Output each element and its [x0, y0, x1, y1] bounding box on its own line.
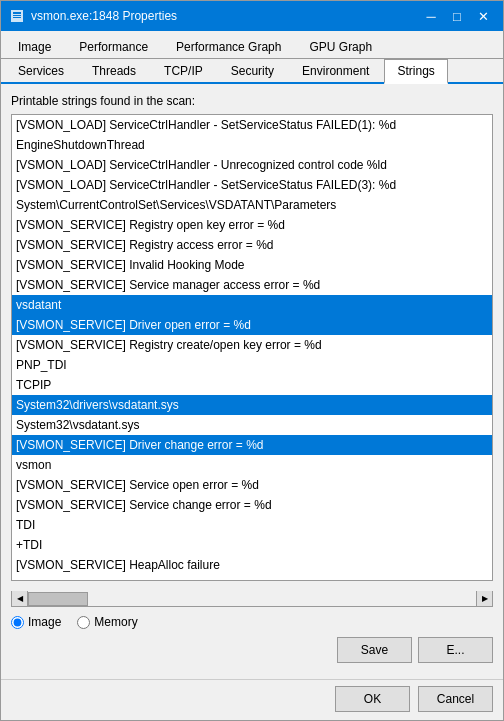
list-item[interactable]: [VSMON_SERVICE] HeapAlloc failure [12, 555, 492, 575]
radio-image-label[interactable]: Image [11, 615, 61, 629]
title-bar: vsmon.exe:1848 Properties ─ □ ✕ [1, 1, 503, 31]
content-area: Printable strings found in the scan: [VS… [1, 84, 503, 591]
list-item[interactable]: PNP_TDI [12, 355, 492, 375]
tabs-row-2: Services Threads TCP/IP Security Environ… [1, 59, 503, 84]
horizontal-scrollbar[interactable]: ◀ ▶ [11, 591, 493, 607]
tab-security[interactable]: Security [218, 59, 287, 82]
list-item[interactable]: [VSMON_SERVICE] Registry access error = … [12, 235, 492, 255]
list-item[interactable]: TCPIP [12, 375, 492, 395]
list-item[interactable]: [VSMON_SERVICE] Invalid Hooking Mode [12, 255, 492, 275]
tabs-row-1: Image Performance Performance Graph GPU … [1, 31, 503, 59]
list-item[interactable]: [VSMON_SERVICE] Registry create/open key… [12, 335, 492, 355]
tab-strings[interactable]: Strings [384, 59, 447, 84]
svg-rect-2 [13, 15, 21, 16]
minimize-button[interactable]: ─ [419, 5, 443, 27]
list-item[interactable]: [VSMON_SERVICE] Driver open error = %d [12, 315, 492, 335]
section-label: Printable strings found in the scan: [11, 94, 493, 108]
tab-performance[interactable]: Performance [66, 35, 161, 58]
svg-rect-3 [13, 17, 21, 18]
tab-performance-graph[interactable]: Performance Graph [163, 35, 294, 58]
list-item[interactable]: +TDI [12, 535, 492, 555]
list-item[interactable]: [VSMON_SERVICE] Service manager access e… [12, 275, 492, 295]
close-button[interactable]: ✕ [471, 5, 495, 27]
list-item[interactable]: [VSMON_SERVICE] Service open error = %d [12, 475, 492, 495]
more-button[interactable]: E... [418, 637, 493, 663]
ok-button[interactable]: OK [335, 686, 410, 712]
radio-image-text: Image [28, 615, 61, 629]
radio-memory-label[interactable]: Memory [77, 615, 137, 629]
tab-gpu-graph[interactable]: GPU Graph [296, 35, 385, 58]
tab-environment[interactable]: Environment [289, 59, 382, 82]
list-item[interactable]: [VSMON_SERVICE] Registry open key error … [12, 215, 492, 235]
scroll-left-button[interactable]: ◀ [12, 591, 28, 606]
window-title: vsmon.exe:1848 Properties [31, 9, 177, 23]
radio-memory-text: Memory [94, 615, 137, 629]
cancel-button[interactable]: Cancel [418, 686, 493, 712]
tab-threads[interactable]: Threads [79, 59, 149, 82]
list-item[interactable]: [VSMON_LOAD] ServiceCtrlHandler - SetSer… [12, 115, 492, 135]
maximize-button[interactable]: □ [445, 5, 469, 27]
list-item[interactable]: [VSMON_LOAD] ServiceCtrlHandler - SetSer… [12, 175, 492, 195]
scroll-thumb[interactable] [28, 592, 88, 606]
radio-image[interactable] [11, 616, 24, 629]
window: vsmon.exe:1848 Properties ─ □ ✕ Image Pe… [0, 0, 504, 721]
list-item[interactable]: [VSMON_LOAD] ServiceCtrlHandler - Unreco… [12, 155, 492, 175]
svg-rect-1 [13, 12, 21, 14]
tab-services[interactable]: Services [5, 59, 77, 82]
radio-group: Image Memory [11, 615, 493, 629]
list-item[interactable]: vsmon [12, 455, 492, 475]
list-item[interactable]: [VSMON_SERVICE] Service change error = %… [12, 495, 492, 515]
tab-tcpip[interactable]: TCP/IP [151, 59, 216, 82]
scroll-right-button[interactable]: ▶ [476, 591, 492, 606]
list-item[interactable]: System32\drivers\vsdatant.sys [12, 395, 492, 415]
app-icon [9, 8, 25, 24]
bottom-buttons-row: Save E... [11, 637, 493, 663]
radio-memory[interactable] [77, 616, 90, 629]
list-item[interactable]: EngineShutdownThread [12, 135, 492, 155]
list-item[interactable]: [VSMON_SERVICE] Driver change error = %d [12, 435, 492, 455]
list-item[interactable]: vsdatant [12, 295, 492, 315]
list-item[interactable]: [VSMON_SERVICE] QueryServiceObjectSecuri… [12, 575, 492, 581]
save-button[interactable]: Save [337, 637, 412, 663]
list-item[interactable]: TDI [12, 515, 492, 535]
list-item[interactable]: System\CurrentControlSet\Services\VSDATA… [12, 195, 492, 215]
strings-list[interactable]: [VSMON_LOAD] ServiceCtrlHandler - SetSer… [11, 114, 493, 581]
dialog-buttons: OK Cancel [1, 679, 503, 720]
bottom-area: Image Memory Save E... [1, 607, 503, 679]
list-item[interactable]: System32\vsdatant.sys [12, 415, 492, 435]
tab-image[interactable]: Image [5, 35, 64, 58]
